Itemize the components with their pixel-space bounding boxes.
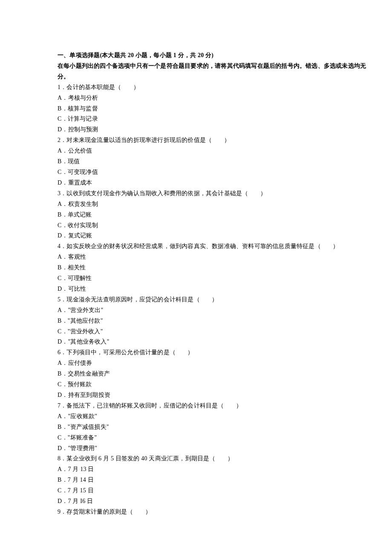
question-option: A．公允价值 xyxy=(58,146,366,156)
question-option: A．"营业外支出" xyxy=(58,305,366,316)
question-block: 3．以收到或支付现金作为确认当期收入和费用的依据，其会计基础是（ ） A．权责发… xyxy=(58,188,366,242)
question-option: B．7 月 14 日 xyxy=(58,475,366,486)
question-option: D．"管理费用" xyxy=(58,443,366,454)
question-option: C．计算与记录 xyxy=(58,114,366,124)
question-option: D．复式记账 xyxy=(58,231,366,241)
section-title-prefix: 一、单项选择题 xyxy=(58,52,100,58)
question-text: 4．如实反映企业的财务状况和经营成果，做到内容真实、数据准确、资料可靠的信息质量… xyxy=(58,241,366,252)
question-text: 3．以收到或支付现金作为确认当期收入和费用的依据，其会计基础是（ ） xyxy=(58,188,366,199)
question-option: C．"营业外收入" xyxy=(58,327,366,337)
question-option: C．可理解性 xyxy=(58,273,366,284)
question-option: D．"其他业务收入" xyxy=(58,337,366,347)
question-option: B．"其他应付款" xyxy=(58,316,366,327)
question-option: B．单式记账 xyxy=(58,210,366,220)
question-block: 2．对未来现金流量以适当的折现率进行折现后的价值是（ ） A．公允价值 B．现值… xyxy=(58,135,366,188)
section-title: 一、单项选择题(本大题共 20 小题，每小题 1 分，共 20 分) xyxy=(58,50,366,61)
question-option: B．"资产减值损失" xyxy=(58,422,366,433)
question-option: D．可比性 xyxy=(58,284,366,295)
document-page: 一、单项选择题(本大题共 20 小题，每小题 1 分，共 20 分) 在每小题列… xyxy=(0,0,392,543)
question-text: 5．现金溢余无法查明原因时，应贷记的会计科目是（ ） xyxy=(58,295,366,305)
question-option: C．收付实现制 xyxy=(58,220,366,231)
question-option: A．7 月 13 日 xyxy=(58,464,366,475)
question-option: B．相关性 xyxy=(58,263,366,273)
question-option: A．考核与分析 xyxy=(58,93,366,104)
question-text: 9．存货期末计量的原则是（ ） xyxy=(58,507,366,517)
question-option: C．7 月 15 日 xyxy=(58,486,366,496)
section-instruction: 在每小题列出的四个备选项中只有一个是符合题目要求的，请将其代码填写在题后的括号内… xyxy=(58,61,366,82)
question-option: B．核算与监督 xyxy=(58,104,366,114)
question-option: D．控制与预测 xyxy=(58,124,366,135)
question-option: A．"应收账款" xyxy=(58,411,366,422)
question-text: 2．对未来现金流量以适当的折现率进行折现后的价值是（ ） xyxy=(58,135,366,146)
question-block: 6．下列项目中，可采用公允价值计量的是（ ） A．应付债券 B．交易性金融资产 … xyxy=(58,347,366,401)
question-text: 1．会计的基本职能是（ ） xyxy=(58,82,366,93)
section-title-detail: (本大题共 20 小题，每小题 1 分，共 20 分) xyxy=(100,52,213,58)
question-option: D．持有至到期投资 xyxy=(58,390,366,401)
question-text: 6．下列项目中，可采用公允价值计量的是（ ） xyxy=(58,347,366,358)
question-text: 7．备抵法下，已注销的坏账又收回时，应借记的会计科目是（ ） xyxy=(58,401,366,411)
question-block: 4．如实反映企业的财务状况和经营成果，做到内容真实、数据准确、资料可靠的信息质量… xyxy=(58,241,366,295)
question-option: D．重置成本 xyxy=(58,178,366,188)
question-option: A．应付债券 xyxy=(58,358,366,369)
question-block: 7．备抵法下，已注销的坏账又收回时，应借记的会计科目是（ ） A．"应收账款" … xyxy=(58,401,366,454)
question-block: 5．现金溢余无法查明原因时，应贷记的会计科目是（ ） A．"营业外支出" B．"… xyxy=(58,295,366,348)
question-option: D．7 月 I6 日 xyxy=(58,496,366,507)
question-option: C．"坏账准备" xyxy=(58,433,366,443)
question-block: 8．某企业收到 6 月 5 日签发的 40 天商业汇票，到期日是（ ） A．7 … xyxy=(58,454,366,507)
question-option: A．权责发生制 xyxy=(58,199,366,210)
question-option: B．现值 xyxy=(58,156,366,167)
question-option: C．可变现净值 xyxy=(58,167,366,178)
question-option: A．客观性 xyxy=(58,252,366,263)
question-text: 8．某企业收到 6 月 5 日签发的 40 天商业汇票，到期日是（ ） xyxy=(58,454,366,464)
question-option: C．预付账款 xyxy=(58,379,366,390)
question-block: 1．会计的基本职能是（ ） A．考核与分析 B．核算与监督 C．计算与记录 D．… xyxy=(58,82,366,136)
question-option: B．交易性金融资产 xyxy=(58,369,366,379)
question-block: 9．存货期末计量的原则是（ ） xyxy=(58,507,366,517)
